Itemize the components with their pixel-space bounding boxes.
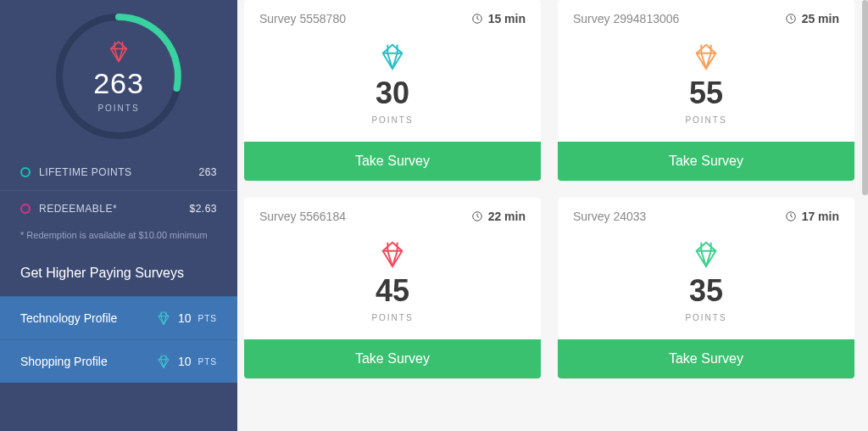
scrollbar-track [862,0,868,431]
survey-card: Survey 2994813006 25 min 55 POINTS Take … [558,0,854,181]
redeemable-row: REDEEMABLE* $2.63 [0,190,237,227]
survey-points-label: POINTS [685,115,726,125]
redeemable-value: $2.63 [189,203,217,215]
survey-card: Survey 24033 17 min 35 POINTS Take Surve… [558,198,854,378]
take-survey-button[interactable]: Take Survey [558,142,854,181]
redeemable-label: REDEEMABLE* [39,203,117,215]
profile-points: 10 [178,311,192,325]
diamond-icon [378,240,407,269]
survey-points: 30 [376,78,409,109]
survey-grid-area: Survey 5558780 15 min 30 POINTS Take Sur… [237,0,868,431]
diamond-icon [692,42,721,71]
survey-name: Survey 5558780 [259,12,346,25]
redemption-footnote: * Redemption is available at $10.00 mini… [0,227,237,254]
diamond-icon [692,240,721,269]
diamond-icon [378,42,407,71]
survey-points: 55 [689,78,723,109]
diamond-icon [156,311,171,326]
take-survey-button[interactable]: Take Survey [244,142,541,181]
survey-name: Survey 2994813006 [573,12,679,25]
take-survey-button[interactable]: Take Survey [244,339,541,378]
diamond-icon [107,40,131,64]
survey-points: 45 [376,276,409,306]
survey-points-label: POINTS [371,115,413,125]
lifetime-points-row: LIFETIME POINTS 263 [0,154,237,190]
profile-shopping[interactable]: Shopping Profile 10 PTS [0,339,237,383]
lifetime-points-label: LIFETIME POINTS [39,166,132,178]
profile-technology[interactable]: Technology Profile 10 PTS [0,296,237,339]
clock-icon [471,13,483,25]
survey-name: Survey 24033 [573,210,646,223]
ring-icon [20,167,31,177]
survey-points: 35 [689,276,723,306]
ring-icon [20,204,31,214]
survey-card: Survey 5558780 15 min 30 POINTS Take Sur… [244,0,541,181]
points-value: 263 [93,67,144,100]
profile-pts-label: PTS [198,357,217,367]
diamond-icon [156,354,171,369]
clock-icon [471,210,483,222]
take-survey-button[interactable]: Take Survey [558,339,854,378]
clock-icon [785,13,797,25]
survey-name: Survey 5566184 [259,210,346,223]
survey-card: Survey 5566184 22 min 45 POINTS Take Sur… [244,198,541,378]
survey-points-label: POINTS [371,313,413,322]
clock-icon [785,210,797,222]
profile-points: 10 [178,355,192,368]
sidebar: 263 POINTS LIFETIME POINTS 263 REDEEMABL… [0,0,237,431]
scrollbar-thumb[interactable] [862,0,868,195]
survey-time: 25 min [785,12,839,25]
profile-label: Shopping Profile [20,355,108,368]
survey-time: 15 min [471,12,526,25]
survey-time: 22 min [471,210,526,223]
profile-label: Technology Profile [20,311,117,325]
lifetime-points-value: 263 [198,166,217,178]
survey-time: 17 min [785,210,839,223]
points-label: POINTS [97,104,139,113]
survey-points-label: POINTS [685,313,726,322]
profile-pts-label: PTS [198,314,217,323]
cta-heading: Get Higher Paying Surveys [0,254,237,296]
points-circle: 263 POINTS [51,8,186,144]
